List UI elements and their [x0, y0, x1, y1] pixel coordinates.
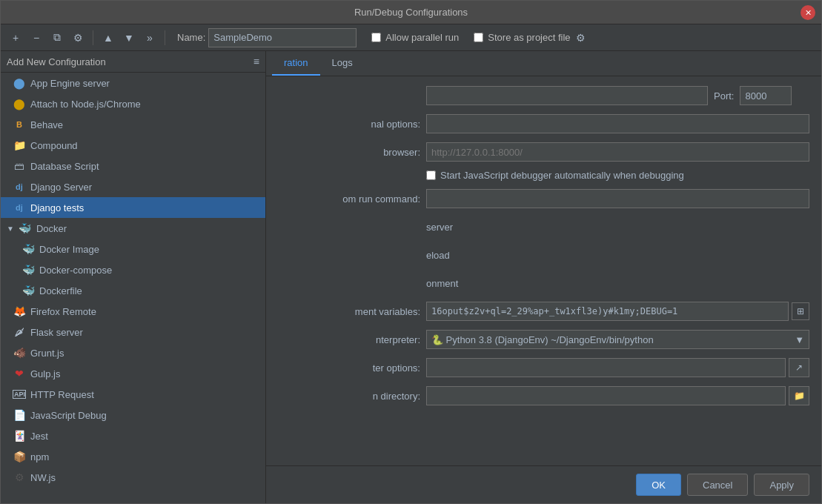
custom-run-input[interactable] — [426, 189, 809, 208]
tree-list: ⬤ App Engine server ⬤ Attach to Node.js/… — [1, 73, 265, 503]
move-up-button[interactable]: ▲ — [99, 29, 117, 47]
npm-icon: 📦 — [13, 451, 26, 462]
left-panel-title: Add New Configuration — [7, 56, 106, 67]
host-port-group: Port: — [426, 86, 792, 105]
remove-config-button[interactable]: − — [27, 29, 45, 47]
ok-button[interactable]: OK — [636, 474, 681, 496]
interpreter-label: nterpreter: — [278, 334, 426, 345]
environment-section: onment — [278, 273, 809, 294]
interpreter-dropdown-icon: ▼ — [795, 334, 804, 345]
settings-config-button[interactable]: ⚙ — [69, 29, 87, 47]
browser-input[interactable] — [426, 142, 809, 162]
interpreter-select[interactable]: 🐍 Python 3.8 (DjangoEnv) ~/DjangoEnv/bin… — [426, 330, 809, 349]
list-item[interactable]: ⚙ NW.js — [1, 467, 265, 488]
working-dir-row: n directory: 📁 — [278, 385, 809, 406]
docker-icon: 🐳 — [19, 222, 32, 234]
add-config-button[interactable]: + — [7, 29, 24, 47]
browser-row: browser: — [278, 142, 809, 162]
move-down-button[interactable]: ▼ — [120, 29, 138, 47]
list-item[interactable]: API HTTP Request — [1, 384, 265, 405]
interpreter-value: 🐍 Python 3.8 (DjangoEnv) ~/DjangoEnv/bin… — [431, 334, 654, 345]
filter-button[interactable]: ≡ — [253, 56, 259, 67]
dockerfile-icon: 🐳 — [21, 285, 35, 296]
store-project-label: Store as project file — [474, 32, 570, 43]
more-button[interactable]: » — [141, 29, 159, 47]
host-input[interactable] — [426, 86, 708, 105]
env-input-wrapper: ⊞ — [426, 302, 809, 321]
http-icon: API — [13, 390, 26, 399]
cancel-button[interactable]: Cancel — [687, 474, 748, 496]
behave-icon: B — [13, 120, 26, 129]
copy-config-button[interactable]: ⧉ — [48, 29, 66, 47]
collapse-arrow-icon: ▼ — [7, 225, 14, 233]
bottom-bar: OK Cancel Apply — [266, 465, 821, 503]
env-variables-input[interactable] — [426, 302, 789, 321]
list-item-django-tests[interactable]: dj Django tests — [1, 197, 265, 218]
js-debugger-label: Start JavaScript debugger automatically … — [440, 170, 684, 181]
working-dir-input[interactable] — [426, 386, 786, 405]
main-area: Add New Configuration ≡ ⬤ App Engine ser… — [1, 51, 821, 503]
database-script-icon: 🗃 — [13, 160, 26, 172]
list-item[interactable]: 🐳 Docker Image — [1, 239, 265, 259]
working-dir-browse[interactable]: 📁 — [789, 386, 809, 405]
reload-text: eload — [426, 250, 450, 261]
environment-heading: onment — [426, 278, 458, 289]
additional-options-input[interactable] — [426, 114, 809, 133]
flask-icon: 🌶 — [13, 326, 26, 338]
django-server-icon: dj — [13, 182, 26, 191]
toolbar: + − ⧉ ⚙ ▲ ▼ » Name: Allow parallel run S… — [1, 24, 821, 51]
js-debugger-checkbox[interactable] — [426, 170, 436, 180]
close-button[interactable]: ✕ — [801, 5, 815, 20]
reload-row: eload — [278, 245, 809, 265]
list-item[interactable]: 📁 Compound — [1, 135, 265, 156]
list-item[interactable]: 📦 npm — [1, 446, 265, 467]
store-project-checkbox[interactable] — [474, 33, 483, 42]
js-debugger-row: Start JavaScript debugger automatically … — [278, 170, 809, 181]
list-item[interactable]: 🌶 Flask server — [1, 322, 265, 342]
firefox-icon: 🦊 — [13, 305, 26, 317]
list-item[interactable]: 🐳 Docker-compose — [1, 259, 265, 280]
grunt-icon: 🐗 — [13, 347, 26, 359]
custom-run-row: om run command: — [278, 188, 809, 209]
right-panel: ration Logs Port: — [266, 51, 821, 503]
list-item[interactable]: dj Django Server — [1, 176, 265, 197]
dialog-title: Run/Debug Configurations — [354, 7, 468, 18]
list-item[interactable]: ⬤ App Engine server — [1, 73, 265, 93]
apply-button[interactable]: Apply — [754, 474, 809, 496]
port-input[interactable] — [740, 86, 792, 105]
interpreter-options-row: ter options: ↗ — [278, 357, 809, 378]
env-edit-button[interactable]: ⊞ — [792, 302, 809, 320]
list-item[interactable]: ❤ Gulp.js — [1, 363, 265, 384]
js-debug-icon: 📄 — [13, 409, 26, 421]
django-tests-icon: dj — [13, 203, 26, 212]
list-item[interactable]: 🃏 Jest — [1, 425, 265, 446]
env-variables-label: ment variables: — [278, 306, 426, 317]
interpreter-options-input[interactable] — [426, 358, 786, 377]
docker-compose-icon: 🐳 — [21, 264, 35, 276]
server-text: server — [426, 222, 453, 233]
list-item[interactable]: B Behave — [1, 114, 265, 135]
list-item[interactable]: 🗃 Database Script — [1, 156, 265, 176]
config-content: Port: nal options: browser: S — [266, 76, 821, 465]
tab-configuration[interactable]: ration — [272, 51, 320, 76]
app-engine-icon: ⬤ — [13, 77, 26, 89]
run-debug-dialog: Run/Debug Configurations ✕ + − ⧉ ⚙ ▲ ▼ »… — [0, 0, 822, 504]
list-item[interactable]: ⬤ Attach to Node.js/Chrome — [1, 93, 265, 114]
list-item[interactable]: 🐳 Dockerfile — [1, 280, 265, 301]
name-input[interactable] — [208, 28, 357, 47]
allow-parallel-checkbox[interactable] — [371, 33, 381, 42]
list-item[interactable]: 🦊 Firefox Remote — [1, 301, 265, 322]
project-settings-button[interactable]: ⚙ — [574, 30, 589, 45]
list-item[interactable]: 📄 JavaScript Debug — [1, 405, 265, 425]
list-item[interactable]: 🐗 Grunt.js — [1, 342, 265, 363]
toolbar-separator — [93, 30, 93, 45]
jest-icon: 🃏 — [13, 430, 26, 442]
host-row: Port: — [278, 85, 809, 106]
interpreter-row: nterpreter: 🐍 Python 3.8 (DjangoEnv) ~/D… — [278, 329, 809, 350]
tab-logs[interactable]: Logs — [320, 51, 365, 76]
interpreter-options-browse[interactable]: ↗ — [789, 358, 809, 377]
title-bar: Run/Debug Configurations ✕ — [1, 1, 821, 24]
allow-parallel-label: Allow parallel run — [371, 32, 459, 43]
list-item-docker[interactable]: ▼ 🐳 Docker — [1, 218, 265, 239]
custom-run-label: om run command: — [278, 193, 426, 205]
